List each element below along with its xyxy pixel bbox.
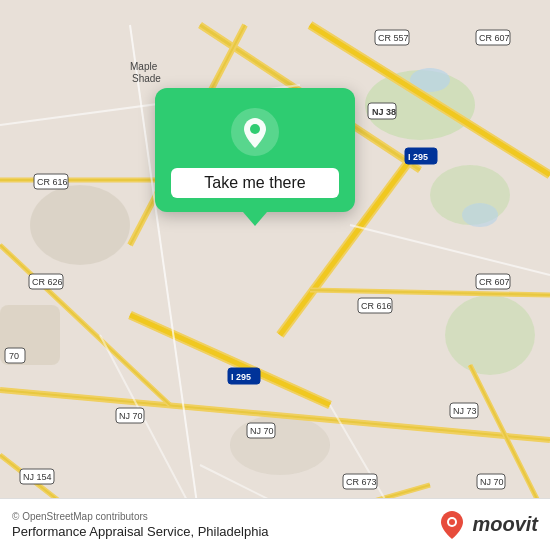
svg-point-4 bbox=[30, 185, 130, 265]
location-name: Performance Appraisal Service, Philadelp… bbox=[12, 524, 269, 539]
svg-text:I 295: I 295 bbox=[408, 152, 428, 162]
svg-point-3 bbox=[445, 295, 535, 375]
svg-text:NJ 70: NJ 70 bbox=[480, 477, 504, 487]
svg-point-8 bbox=[462, 203, 498, 227]
svg-text:Shade: Shade bbox=[132, 73, 161, 84]
svg-text:NJ 70: NJ 70 bbox=[119, 411, 143, 421]
moovit-logo: moovit bbox=[436, 509, 538, 541]
svg-text:NJ 70: NJ 70 bbox=[250, 426, 274, 436]
svg-text:CR 626: CR 626 bbox=[32, 277, 63, 287]
svg-text:NJ 38: NJ 38 bbox=[372, 107, 396, 117]
svg-text:NJ 154: NJ 154 bbox=[23, 472, 52, 482]
moovit-text: moovit bbox=[472, 513, 538, 536]
svg-text:CR 616: CR 616 bbox=[361, 301, 392, 311]
map-container: Maple Shade NJ 41 NJ 38 CR 557 CR 607 CR… bbox=[0, 0, 550, 550]
osm-credit: © OpenStreetMap contributors bbox=[12, 511, 269, 522]
svg-point-78 bbox=[449, 519, 455, 525]
svg-text:CR 557: CR 557 bbox=[378, 33, 409, 43]
map-svg: Maple Shade NJ 41 NJ 38 CR 557 CR 607 CR… bbox=[0, 0, 550, 550]
svg-text:CR 673: CR 673 bbox=[346, 477, 377, 487]
location-pin-icon bbox=[231, 108, 279, 156]
bottom-bar: © OpenStreetMap contributors Performance… bbox=[0, 498, 550, 550]
moovit-icon bbox=[436, 509, 468, 541]
svg-text:CR 607: CR 607 bbox=[479, 277, 510, 287]
svg-text:70: 70 bbox=[9, 351, 19, 361]
svg-point-76 bbox=[250, 124, 260, 134]
svg-text:CR 607: CR 607 bbox=[479, 33, 510, 43]
take-me-there-button[interactable]: Take me there bbox=[171, 168, 339, 198]
svg-text:CR 616: CR 616 bbox=[37, 177, 68, 187]
popup-card: Take me there bbox=[155, 88, 355, 212]
bottom-info: © OpenStreetMap contributors Performance… bbox=[12, 511, 269, 539]
svg-text:Maple: Maple bbox=[130, 61, 158, 72]
svg-point-6 bbox=[230, 415, 330, 475]
svg-text:I 295: I 295 bbox=[231, 372, 251, 382]
svg-text:NJ 73: NJ 73 bbox=[453, 406, 477, 416]
